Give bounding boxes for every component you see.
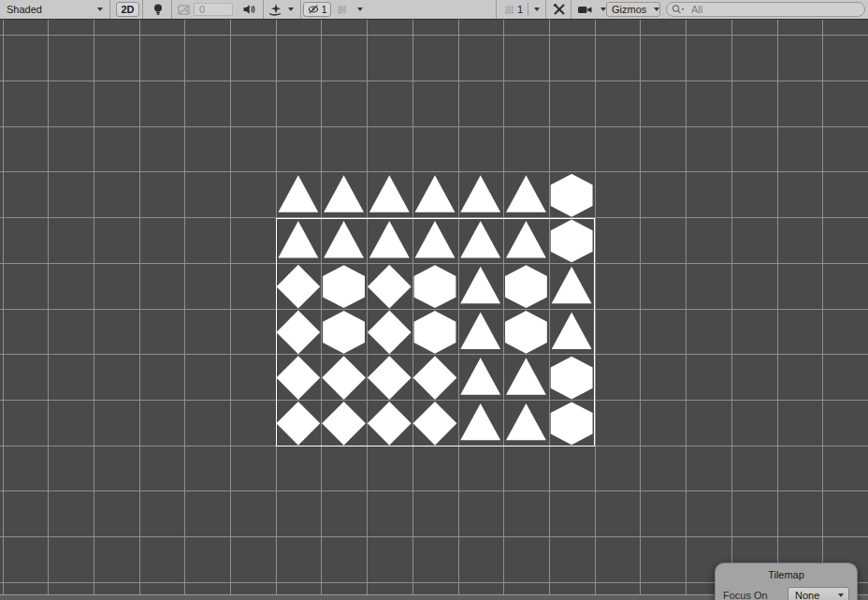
grid-settings-button xyxy=(333,0,351,19)
effects-sparkle-icon xyxy=(268,2,282,17)
exposure-value-field: 0 xyxy=(194,3,233,16)
grid-line xyxy=(48,20,49,600)
scene-camera-button[interactable] xyxy=(573,0,597,19)
snap-grid-icon xyxy=(502,3,516,17)
grid-visual-dropdown-button[interactable] xyxy=(529,0,543,19)
grid-line xyxy=(640,20,641,600)
panel-title: Tilemap xyxy=(716,569,857,580)
tile-triangle[interactable] xyxy=(276,172,322,218)
component-tools-button[interactable] xyxy=(549,0,570,19)
grid-settings-dropdown-button[interactable] xyxy=(353,0,368,19)
grid-line xyxy=(94,20,94,600)
dropdown-arrow-icon xyxy=(838,593,844,597)
toolbar-separator xyxy=(571,0,571,19)
toolbar-separator xyxy=(528,3,528,16)
grid-settings-icon xyxy=(335,3,349,17)
grid-line xyxy=(0,80,868,81)
grid-line xyxy=(777,20,778,600)
toolbar-separator xyxy=(171,0,172,19)
tilemap-selection-outline xyxy=(276,218,595,446)
scene-lighting-button[interactable] xyxy=(147,0,169,19)
2d-mode-label: 2D xyxy=(121,4,134,15)
toolbar-separator xyxy=(142,0,143,19)
tools-wrench-icon xyxy=(552,2,567,17)
grid-line xyxy=(0,35,868,36)
gizmos-dropdown-button[interactable]: Gizmos xyxy=(606,2,660,17)
focus-on-label: Focus On xyxy=(723,590,768,600)
exposure-value: 0 xyxy=(199,4,205,15)
chevron-down-icon xyxy=(534,7,540,11)
toolbar-separator xyxy=(545,0,546,19)
grid-line xyxy=(822,20,823,600)
chevron-down-icon xyxy=(654,7,659,11)
tile-hexagon[interactable] xyxy=(549,172,595,218)
grid-visual-button xyxy=(501,0,517,19)
audio-icon xyxy=(241,2,256,17)
grid-line xyxy=(0,490,868,491)
effects-toggle-button[interactable] xyxy=(266,0,283,19)
lightbulb-icon xyxy=(151,2,166,17)
chevron-down-icon xyxy=(357,7,363,11)
chevron-down-icon xyxy=(288,7,294,11)
effects-dropdown-button[interactable] xyxy=(283,0,298,19)
chevron-down-icon xyxy=(600,7,606,11)
focus-on-value: None xyxy=(795,590,819,600)
2d-mode-button[interactable]: 2D xyxy=(116,2,139,17)
focus-on-dropdown[interactable]: None xyxy=(788,587,849,600)
grid-line xyxy=(731,20,732,600)
grid-line xyxy=(0,536,868,537)
grid-line xyxy=(3,20,4,600)
grid-line xyxy=(139,20,140,600)
tile-triangle[interactable] xyxy=(457,172,503,218)
grid-line xyxy=(184,20,185,600)
toolbar-separator xyxy=(263,0,264,19)
camera-icon xyxy=(577,3,593,17)
shading-mode-dropdown[interactable]: Shaded xyxy=(0,0,110,19)
scene-visibility-button[interactable]: 1 xyxy=(303,2,331,17)
scene-view-toolbar: Shaded 2D 0 xyxy=(0,0,868,20)
hidden-objects-count: 1 xyxy=(321,4,326,15)
tile-triangle[interactable] xyxy=(412,172,458,218)
eye-hidden-icon xyxy=(307,3,320,16)
grid-line xyxy=(686,20,687,600)
audio-toggle-button[interactable] xyxy=(238,0,260,19)
grid-line xyxy=(595,20,596,600)
tilemap-overlay-panel: Tilemap Focus On None xyxy=(715,563,858,600)
shading-mode-label: Shaded xyxy=(7,4,42,15)
exposure-button xyxy=(175,0,192,19)
chevron-down-icon xyxy=(97,7,103,11)
search-input[interactable] xyxy=(666,2,865,17)
tile-triangle[interactable] xyxy=(321,172,367,218)
toolbar-separator xyxy=(496,0,497,19)
scene-search xyxy=(666,2,865,17)
search-icon xyxy=(671,4,686,16)
gizmos-label: Gizmos xyxy=(607,4,650,15)
tile-triangle[interactable] xyxy=(367,172,412,218)
exposure-image-icon xyxy=(177,3,191,17)
scene-viewport[interactable]: Tilemap Focus On None xyxy=(0,20,868,600)
grid-line xyxy=(0,126,868,127)
tile-triangle[interactable] xyxy=(503,172,549,218)
grid-line xyxy=(230,20,231,600)
grid-visual-value: 1 xyxy=(517,0,527,19)
toolbar-separator xyxy=(300,0,301,19)
